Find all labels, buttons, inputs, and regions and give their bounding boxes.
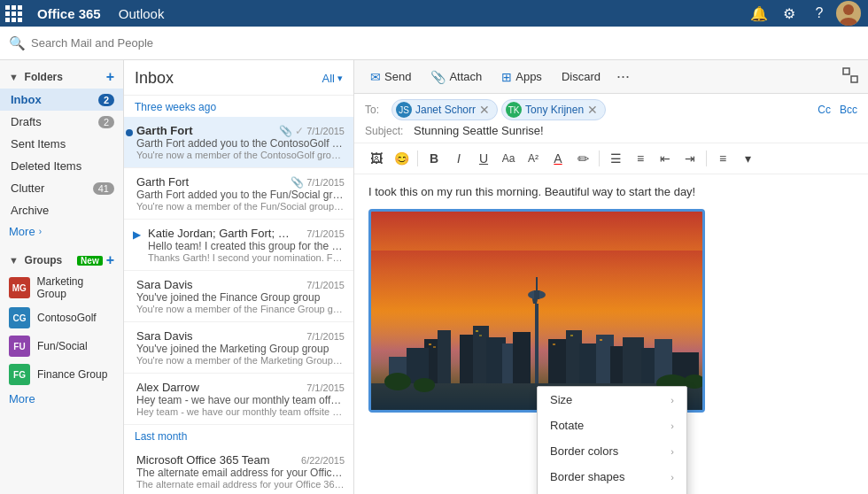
search-input[interactable] [31, 36, 859, 50]
attach-button[interactable]: 📎 Attach [423, 66, 489, 88]
groups-more-button[interactable]: More [0, 389, 123, 409]
to-chips: JS Janet Schorr ✕ TK Tony Krijnen ✕ [391, 99, 606, 120]
compose-expand-icon[interactable] [841, 66, 859, 87]
msg-sender-6: Microsoft Office 365 Team [136, 453, 270, 467]
settings-icon[interactable]: ⚙ [776, 0, 802, 27]
group-item-contoso[interactable]: CG ContosoGolf [0, 304, 123, 332]
inbox-badge: 2 [98, 94, 114, 106]
underline-button[interactable]: U [472, 147, 495, 170]
help-icon[interactable]: ? [806, 0, 833, 27]
subject-row: Subject: Stunning Seattle Sunrise! [365, 124, 857, 137]
sidebar-item-sent[interactable]: Sent Items [0, 133, 123, 155]
message-content-3: Sara Davis 7/1/2015 You've joined the Fi… [133, 278, 345, 314]
apps-button[interactable]: ⊞ Apps [494, 66, 549, 88]
compose-image[interactable] [368, 209, 705, 413]
align-button[interactable]: ≡ [711, 147, 734, 170]
group-item-marketing[interactable]: MG Marketing Group [0, 272, 123, 304]
msg-subject-1: Garth Fort added you to the Fun/Social g… [136, 189, 345, 201]
to-row: To: JS Janet Schorr ✕ TK Tony Krijnen ✕ … [365, 99, 857, 120]
reply-arrow-icon: ▶ [133, 228, 141, 263]
emoji-button[interactable]: 😊 [390, 147, 413, 170]
inbox-title: Inbox [135, 69, 174, 88]
group-item-finance[interactable]: FG Finance Group [0, 360, 123, 389]
compose-toolbar: ✉ Send 📎 Attach ⊞ Apps Discard ··· [354, 60, 868, 94]
send-button[interactable]: ✉ Send [363, 66, 418, 88]
msg-date-1: 7/1/2015 [306, 177, 345, 188]
context-menu-shadows[interactable]: Shadows › [538, 490, 686, 494]
increase-indent-button[interactable]: ⇥ [678, 147, 701, 170]
compose-body[interactable]: I took this on my run this morning. Beau… [354, 174, 868, 494]
compose-body-text: I took this on my run this morning. Beau… [368, 185, 854, 198]
recipient-chip-1[interactable]: TK Tony Krijnen ✕ [501, 99, 606, 120]
bold-button[interactable]: B [422, 147, 446, 170]
message-item-0[interactable]: Garth Fort 📎 ✓ 7/1/2015 Garth Fort added… [124, 117, 353, 168]
superscript-button[interactable]: A² [522, 147, 545, 170]
main-layout: ▼ Folders + Inbox 2 Drafts 2 Sent Items … [0, 60, 868, 494]
italic-button[interactable]: I [447, 147, 470, 170]
recipient-remove-1[interactable]: ✕ [587, 104, 598, 116]
drafts-label: Drafts [11, 115, 42, 128]
msg-date-4: 7/1/2015 [306, 331, 345, 342]
recipient-name-1: Tony Krijnen [525, 104, 584, 116]
svg-rect-24 [610, 346, 624, 383]
group-avatar-fu: FU [9, 336, 30, 357]
group-item-fun[interactable]: FU Fun/Social [0, 332, 123, 360]
message-item-5[interactable]: Alex Darrow 7/1/2015 Hey team - we have … [124, 374, 353, 425]
notification-icon[interactable]: 🔔 [746, 0, 772, 27]
format-separator-1 [417, 151, 418, 166]
context-menu-border-shapes[interactable]: Border shapes › [538, 464, 686, 490]
more-format-button[interactable]: ▾ [736, 147, 759, 170]
compose-toolbar-more-button[interactable]: ··· [613, 67, 633, 86]
bullets-button[interactable]: ☰ [604, 147, 627, 170]
context-menu-rotate[interactable]: Rotate › [538, 413, 686, 438]
time-section-2: Last month [124, 425, 353, 446]
sidebar: ▼ Folders + Inbox 2 Drafts 2 Sent Items … [0, 60, 124, 494]
svg-point-0 [843, 4, 854, 15]
sidebar-item-archive[interactable]: Archive [0, 199, 123, 221]
recipient-chip-0[interactable]: JS Janet Schorr ✕ [391, 99, 498, 120]
msg-preview-4: You're now a member of the Marketing Gro… [136, 355, 345, 366]
send-icon: ✉ [370, 70, 381, 84]
format-separator-2 [599, 151, 600, 166]
discard-button[interactable]: Discard [554, 66, 608, 87]
numbered-list-button[interactable]: ≡ [629, 147, 652, 170]
message-item-1[interactable]: Garth Fort 📎 7/1/2015 Garth Fort added y… [124, 168, 353, 220]
msg-preview-1: You're now a member of the Fun/Social gr… [136, 201, 345, 212]
highlight-button[interactable]: ✏ [571, 147, 594, 170]
decrease-indent-button[interactable]: ⇤ [654, 147, 677, 170]
avatar[interactable] [836, 1, 861, 26]
message-item-3[interactable]: Sara Davis 7/1/2015 You've joined the Fi… [124, 271, 353, 322]
sidebar-item-deleted[interactable]: Deleted Items [0, 155, 123, 177]
msg-sender-0: Garth Fort [136, 124, 193, 137]
context-menu-size[interactable]: Size › [538, 387, 686, 413]
font-size-button[interactable]: Aa [497, 147, 520, 170]
message-content-5: Alex Darrow 7/1/2015 Hey team - we have … [133, 381, 345, 417]
sent-label: Sent Items [11, 137, 66, 151]
clutter-label: Clutter [11, 181, 44, 195]
message-item-4[interactable]: Sara Davis 7/1/2015 You've joined the Ma… [124, 322, 353, 374]
svg-rect-37 [553, 343, 555, 345]
time-section-1: Three weeks ago [124, 96, 353, 117]
context-menu-border-colors[interactable]: Border colors › [538, 438, 686, 464]
msg-preview-3: You're now a member of the Finance Group… [136, 304, 345, 314]
drafts-badge: 2 [98, 116, 114, 128]
search-icon: 🔍 [9, 35, 26, 51]
cc-bcc-button[interactable]: Cc Bcc [818, 104, 857, 116]
font-color-button[interactable]: A [546, 147, 570, 170]
sidebar-item-inbox[interactable]: Inbox 2 [0, 89, 123, 111]
image-format-button[interactable]: 🖼 [365, 147, 388, 170]
recipient-remove-0[interactable]: ✕ [479, 104, 490, 116]
context-menu: Size › Rotate › Border colors › Border s… [537, 386, 687, 494]
sidebar-item-clutter[interactable]: Clutter 41 [0, 177, 123, 199]
folders-more-button[interactable]: More › [0, 221, 123, 242]
message-item-2[interactable]: ▶ Katie Jordan; Garth Fort; Sara Davis 7… [124, 220, 353, 271]
waffle-button[interactable] [0, 0, 27, 27]
sidebar-item-drafts[interactable]: Drafts 2 [0, 111, 123, 133]
add-folder-button[interactable]: + [106, 69, 114, 85]
message-item-6[interactable]: Microsoft Office 365 Team 6/22/2015 The … [124, 446, 353, 494]
filter-button[interactable]: All ▾ [322, 72, 343, 85]
inbox-label: Inbox [11, 93, 42, 106]
rotate-arrow-icon: › [670, 421, 674, 431]
msg-preview-2: Thanks Garth! I second your nomination. … [148, 252, 345, 263]
add-group-button[interactable]: + [106, 252, 114, 268]
